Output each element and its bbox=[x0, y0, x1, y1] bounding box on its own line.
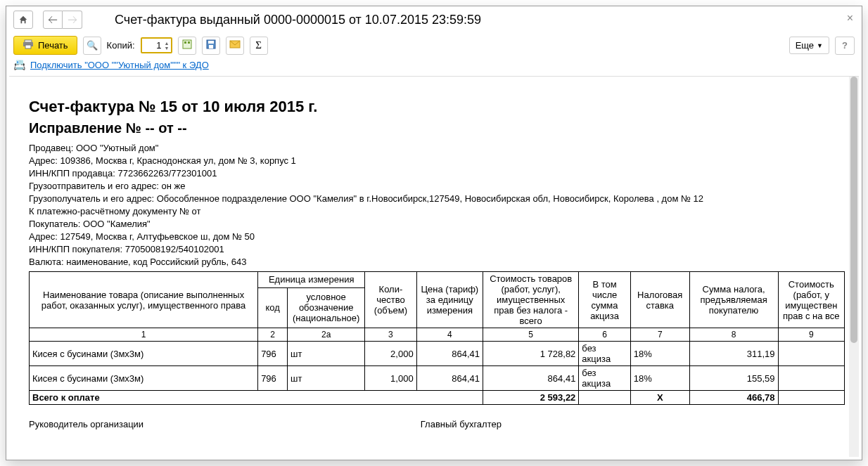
help-button[interactable]: ? bbox=[835, 37, 855, 55]
colnum: 2а bbox=[288, 328, 365, 342]
save-button[interactable] bbox=[202, 37, 220, 55]
home-button[interactable] bbox=[13, 11, 33, 29]
sigma-icon: Σ bbox=[255, 39, 262, 51]
more-label: Еще bbox=[796, 40, 814, 51]
print-label: Печать bbox=[38, 40, 68, 51]
print-button[interactable]: Печать bbox=[13, 36, 77, 55]
th-name: Наименование товара (описание выполненны… bbox=[30, 272, 258, 328]
scroll-thumb[interactable] bbox=[850, 77, 857, 343]
th-cost-net: Стоимость товаров (работ, услуг), имущес… bbox=[483, 272, 579, 328]
seller-address: Адрес: 109386, Москва г, Краснодонская у… bbox=[29, 155, 845, 167]
svg-rect-8 bbox=[209, 45, 213, 48]
signature-accountant: Главный бухгалтер bbox=[421, 419, 502, 429]
colnum: 2 bbox=[258, 328, 288, 342]
th-unit-label: условное обозначение (национальное) bbox=[288, 287, 365, 328]
doc-title: Счет-фактура № 15 от 10 июля 2015 г. bbox=[29, 98, 845, 116]
vertical-scrollbar[interactable] bbox=[849, 77, 859, 457]
svg-rect-3 bbox=[183, 40, 191, 48]
th-unit: Единица измерения bbox=[258, 272, 365, 288]
invoice-table: Наименование товара (описание выполненны… bbox=[29, 271, 845, 405]
th-excise: В том числе сумма акциза bbox=[579, 272, 630, 328]
seller-inn: ИНН/КПП продавца: 7723662263/772301001 bbox=[29, 167, 845, 180]
svg-rect-0 bbox=[25, 40, 32, 42]
sum-button[interactable]: Σ bbox=[250, 37, 268, 55]
table-row: Кисея с бусинами (3мх3м) 796 шт 1,000 86… bbox=[30, 366, 845, 391]
th-cost-gross: Стоимость (работ, у имуществен прав с на… bbox=[778, 272, 844, 328]
colnum: 3 bbox=[365, 328, 416, 342]
colnum: 6 bbox=[579, 328, 630, 342]
buyer-address: Адрес: 127549, Москва г, Алтуфьевское ш,… bbox=[29, 231, 845, 243]
envelope-icon bbox=[229, 40, 241, 51]
buyer-inn: ИНН/КПП покупателя: 7705008192/540102001 bbox=[29, 243, 845, 256]
copies-input[interactable] bbox=[143, 39, 163, 51]
preview-button[interactable]: 🔍 bbox=[83, 37, 101, 55]
doc-correction: Исправление № -- от -- bbox=[29, 120, 845, 136]
colnum: 7 bbox=[630, 328, 689, 342]
th-tax-sum: Сумма налога, предъявляемая покупателю bbox=[689, 272, 778, 328]
consignee: Грузополучатель и его адрес: Обособленно… bbox=[29, 193, 845, 205]
spinner-down-icon[interactable]: ▼ bbox=[165, 46, 170, 51]
colnum: 5 bbox=[483, 328, 579, 342]
email-button[interactable] bbox=[226, 37, 244, 55]
template-button[interactable] bbox=[178, 37, 196, 55]
currency: Валюта: наименование, код Российский руб… bbox=[29, 256, 845, 268]
template-icon bbox=[182, 39, 192, 51]
floppy-icon bbox=[206, 39, 216, 51]
colnum: 4 bbox=[416, 328, 483, 342]
svg-rect-2 bbox=[25, 45, 31, 48]
printer-icon bbox=[23, 39, 34, 51]
close-button[interactable]: × bbox=[847, 12, 853, 25]
colnum: 8 bbox=[689, 328, 778, 342]
chevron-down-icon: ▼ bbox=[817, 42, 823, 49]
copies-label: Копий: bbox=[107, 40, 135, 51]
th-price: Цена (тариф) за единицу измерения bbox=[416, 272, 483, 328]
window-title: Счет-фактура выданный 0000-0000015 от 10… bbox=[115, 13, 481, 27]
copies-stepper[interactable]: ▲ ▼ bbox=[141, 37, 172, 53]
shipper: Грузоотправитель и его адрес: он же bbox=[29, 180, 845, 193]
total-row: Всего к оплате 2 593,22 Х 466,78 bbox=[30, 391, 845, 405]
forward-button[interactable]: 🡢 bbox=[63, 11, 82, 29]
seller: Продавец: ООО "Уютный дом" bbox=[29, 142, 845, 155]
back-button[interactable]: 🡠 bbox=[43, 11, 63, 29]
signature-manager: Руководитель организации bbox=[29, 419, 421, 429]
svg-rect-7 bbox=[208, 41, 214, 44]
colnum: 1 bbox=[30, 328, 258, 342]
spinner-up-icon[interactable]: ▲ bbox=[165, 41, 170, 46]
table-row: Кисея с бусинами (3мх3м) 796 шт 2,000 86… bbox=[30, 342, 845, 366]
payment-doc: К платежно-расчётному документу № от bbox=[29, 205, 845, 218]
th-qty: Коли-чество (объем) bbox=[365, 272, 416, 328]
svg-rect-5 bbox=[188, 41, 190, 44]
edo-icon: 📇 bbox=[13, 59, 26, 70]
colnum: 9 bbox=[778, 328, 844, 342]
buyer: Покупатель: ООО "Камелия" bbox=[29, 218, 845, 231]
th-tax-rate: Налоговая ставка bbox=[630, 272, 689, 328]
edo-link[interactable]: Подключить "ООО ""Уютный дом""" к ЭДО bbox=[30, 60, 209, 70]
svg-rect-4 bbox=[184, 41, 186, 44]
more-button[interactable]: Еще ▼ bbox=[789, 37, 829, 54]
magnifier-icon: 🔍 bbox=[87, 40, 98, 51]
th-unit-code: код bbox=[258, 287, 288, 328]
document-area[interactable]: Счет-фактура № 15 от 10 июля 2015 г. Исп… bbox=[9, 76, 859, 457]
